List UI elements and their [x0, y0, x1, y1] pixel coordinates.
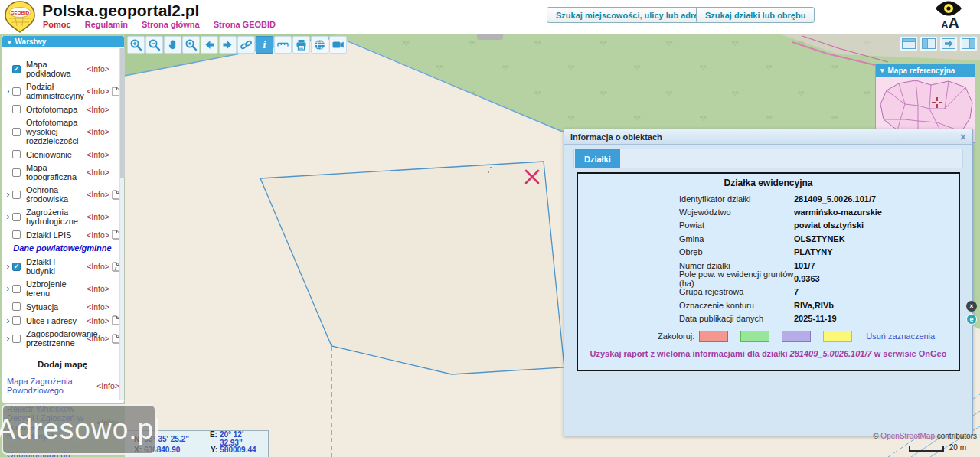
pan-button[interactable] — [164, 36, 181, 54]
toolbar-collapse-handle[interactable] — [477, 34, 503, 40]
ongeo-report-link[interactable]: Uzyskaj raport z wieloma informacjami dl… — [578, 349, 959, 358]
parcel-info-box: Działka ewidencyjna Identyfikator działk… — [577, 172, 960, 371]
row-value: warmińsko-mazurskie — [794, 207, 882, 217]
high-contrast-eye-icon[interactable] — [934, 1, 963, 16]
layer-info-link[interactable]: <Info> — [87, 190, 109, 199]
expand-arrow-icon[interactable]: › — [4, 87, 12, 95]
layer-info-link[interactable]: <Info> — [87, 127, 109, 136]
layer-checkbox[interactable] — [12, 87, 21, 96]
font-size-toggle[interactable]: AA — [941, 15, 959, 32]
copyright-symbol: © — [873, 432, 880, 440]
layer-checkbox[interactable] — [12, 230, 21, 239]
layer-checkbox[interactable] — [12, 285, 21, 293]
layer-info-link[interactable]: <Info> — [87, 334, 109, 343]
layer-info-link[interactable]: <Info> — [87, 316, 109, 325]
overlay-close-widget[interactable]: × — [966, 301, 977, 312]
layer-label: Cieniowanie — [26, 150, 86, 159]
identify-button[interactable]: i — [256, 36, 273, 54]
colorize-swatch-purple[interactable] — [782, 331, 811, 342]
sidebar-scrollbar[interactable] — [119, 48, 124, 400]
layer-checkbox[interactable] — [12, 191, 21, 199]
next-view-button[interactable] — [219, 36, 237, 54]
layer-info-link[interactable]: <Info> — [87, 302, 109, 312]
expand-arrow-icon[interactable]: › — [4, 335, 12, 342]
colorize-swatch-red[interactable] — [699, 331, 728, 342]
add-map-link[interactable]: Mapa Zagrożenia Powodziowego — [7, 377, 93, 395]
layer-info-link[interactable]: <Info> — [87, 230, 109, 240]
tab-dzialki[interactable]: Działki — [575, 149, 620, 168]
layer-checkbox[interactable] — [12, 335, 21, 343]
object-info-dialog: Informacja o obiektach × Działki Działka… — [564, 129, 973, 436]
expand-arrow-icon[interactable]: › — [4, 263, 12, 270]
layer-row-ochrona-srodowiska: › Ochrona środowiska <Info> — [4, 185, 121, 204]
pan-hand-icon — [166, 38, 179, 51]
colorize-swatch-green[interactable] — [740, 331, 769, 342]
move-panel-button[interactable] — [939, 36, 958, 51]
layers-panel-header[interactable]: ▾ Warstwy — [2, 36, 124, 47]
layer-label: Ortofotomapa wysokiej rozdzielczości — [26, 118, 86, 145]
parcel-table: Identyfikator działki281409_5.0026.101/7… — [679, 192, 959, 325]
layer-checkbox[interactable] — [12, 150, 21, 158]
animation-button[interactable] — [329, 36, 347, 54]
row-label: Obręb — [679, 247, 794, 256]
toggle-right-panel-button[interactable] — [959, 36, 978, 51]
row-label: Województwo — [679, 207, 794, 217]
colorize-swatch-yellow[interactable] — [823, 331, 852, 342]
layer-info-link[interactable]: <Info> — [87, 284, 109, 293]
layer-info-link[interactable]: <Info> — [87, 262, 109, 271]
layer-info-link[interactable]: <Info> — [87, 64, 109, 73]
layer-checkbox[interactable] — [12, 128, 21, 136]
layer-checkbox[interactable] — [12, 302, 21, 311]
left-panel-icon — [922, 38, 936, 49]
clear-selection-link[interactable]: Usuń zaznaczenia — [866, 331, 935, 341]
measure-button[interactable] — [274, 36, 292, 54]
nav-link-strona-geobid[interactable]: Strona GEOBID — [214, 20, 276, 29]
link-button[interactable] — [237, 36, 255, 54]
expand-arrow-icon[interactable]: › — [4, 213, 12, 220]
zoom-in-button[interactable] — [127, 36, 145, 54]
scale-bar-label: 20 m — [949, 444, 966, 452]
search-parcel-button[interactable]: Szukaj działki lub obrębu — [696, 7, 815, 23]
layer-info-link[interactable]: <Info> — [87, 150, 109, 159]
expand-arrow-icon[interactable]: › — [4, 285, 12, 292]
collapse-top-panel-button[interactable] — [900, 36, 918, 51]
row-value: 7 — [794, 287, 799, 296]
geobid-logo-icon[interactable]: GEOBID — [3, 0, 37, 34]
layer-info-link[interactable]: <Info> — [87, 212, 109, 221]
reference-map-header[interactable]: ▾ Mapa referencyjna — [876, 64, 975, 77]
dialog-titlebar[interactable]: Informacja o obiektach × — [564, 129, 972, 145]
openstreetmap-link[interactable]: OpenStreetMap — [880, 432, 935, 440]
layer-info-link[interactable]: <Info> — [87, 105, 109, 114]
layer-info-link[interactable]: <Info> — [96, 381, 119, 390]
panel-arrow-icon — [942, 38, 956, 49]
layer-row-dzialki-lpis: Działki LPIS <Info> — [4, 230, 121, 240]
overlay-e-widget[interactable]: e — [966, 314, 977, 325]
layer-checkbox[interactable] — [12, 105, 21, 113]
full-extent-button[interactable] — [311, 36, 328, 54]
print-button[interactable] — [292, 36, 310, 54]
scrollbar-thumb[interactable] — [120, 48, 125, 178]
layer-info-link[interactable]: <Info> — [87, 168, 109, 177]
layer-checkbox[interactable] — [12, 316, 21, 325]
expand-arrow-icon[interactable]: › — [4, 317, 12, 325]
nav-link-pomoc[interactable]: Pomoc — [43, 20, 71, 29]
search-place-button[interactable]: Szukaj miejscowości, ulicy lub adresu — [547, 7, 717, 23]
zoom-selection-button[interactable] — [182, 36, 200, 54]
nav-link-strona-glowna[interactable]: Strona główna — [142, 20, 200, 29]
previous-view-button[interactable] — [201, 36, 218, 54]
nav-link-regulamin[interactable]: Regulamin — [85, 20, 128, 29]
font-large-label[interactable]: A — [949, 15, 959, 31]
layer-label: Zagrożenia hydrologiczne — [26, 207, 86, 226]
close-icon[interactable]: × — [960, 132, 966, 142]
layer-checkbox[interactable]: ✓ — [12, 65, 21, 73]
font-small-label[interactable]: A — [941, 19, 948, 31]
layer-info-link[interactable]: <Info> — [87, 87, 109, 96]
row-label: Numer działki — [679, 261, 794, 270]
layer-checkbox[interactable] — [12, 168, 21, 177]
toggle-left-panel-button[interactable] — [920, 36, 938, 51]
add-map-row-powodziowa: Mapa Zagrożenia Powodziowego <Info> — [7, 377, 119, 395]
layer-checkbox[interactable]: ✓ — [12, 263, 21, 271]
expand-arrow-icon[interactable]: › — [4, 191, 12, 198]
zoom-out-button[interactable] — [145, 36, 163, 54]
layer-checkbox[interactable] — [12, 213, 21, 221]
